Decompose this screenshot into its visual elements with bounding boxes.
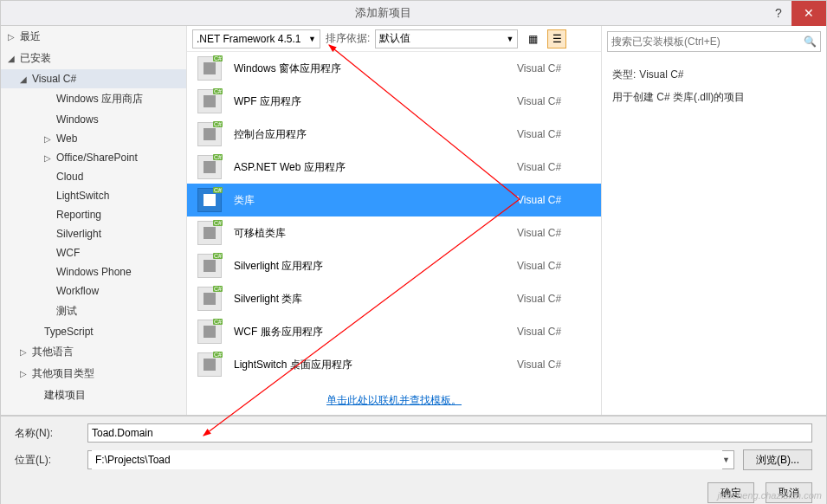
description-text: 用于创建 C# 类库(.dll)的项目 xyxy=(612,88,816,106)
tree-item[interactable]: Windows Phone xyxy=(1,262,186,281)
chevron-down-icon: ▼ xyxy=(722,456,730,464)
template-row[interactable]: C# 可移植类库 Visual C# xyxy=(187,216,601,249)
content-area: ▷最近 ◢已安装 ◢Visual C# Windows 应用商店Windows▷… xyxy=(0,26,827,416)
help-icon: ? xyxy=(775,6,782,20)
title-bar: 添加新项目 ? ✕ xyxy=(0,0,827,26)
template-name: Silverlight 应用程序 xyxy=(234,259,505,274)
template-row[interactable]: C# WPF 应用程序 Visual C# xyxy=(187,85,601,118)
template-row[interactable]: C# 控制台应用程序 Visual C# xyxy=(187,118,601,151)
template-name: LightSwitch 桌面应用程序 xyxy=(234,358,505,372)
template-row[interactable]: C# Silverlight 类库 Visual C# xyxy=(187,282,601,315)
chevron-right-icon: ▷ xyxy=(8,32,16,42)
template-language: Visual C# xyxy=(517,260,591,272)
csharp-badge-icon: C# xyxy=(213,253,223,259)
tree-item[interactable]: Cloud xyxy=(1,167,186,186)
type-value: Visual C# xyxy=(639,68,683,81)
chevron-down-icon: ◢ xyxy=(8,54,16,63)
chevron-right-icon: ▷ xyxy=(44,134,53,144)
tree-typescript[interactable]: TypeScript xyxy=(1,322,186,341)
tree-recent[interactable]: ▷最近 xyxy=(1,26,186,48)
location-input[interactable] xyxy=(92,450,722,469)
chevron-down-icon: ▼ xyxy=(506,35,514,43)
tree-other-languages[interactable]: ▷其他语言 xyxy=(1,341,186,363)
template-icon: C# xyxy=(197,89,222,113)
template-language: Visual C# xyxy=(517,95,591,107)
cancel-button[interactable]: 取消 xyxy=(766,482,812,503)
csharp-badge-icon: C# xyxy=(213,352,223,358)
tree-item[interactable]: Silverlight xyxy=(1,224,186,243)
template-icon: C# xyxy=(197,188,222,212)
search-input[interactable] xyxy=(611,36,804,48)
template-row[interactable]: C# ASP.NET Web 应用程序 Visual C# xyxy=(187,151,601,184)
template-language: Visual C# xyxy=(517,161,591,173)
template-language: Visual C# xyxy=(517,359,591,371)
view-small-icons-button[interactable]: ▦ xyxy=(523,29,542,48)
template-row[interactable]: C# WCF 服务应用程序 Visual C# xyxy=(187,315,601,348)
tree-visual-csharp[interactable]: ◢Visual C# xyxy=(1,69,186,88)
sort-label: 排序依据: xyxy=(326,31,370,46)
template-row[interactable]: C# 类库 Visual C# xyxy=(187,184,601,216)
tree-other-project-types[interactable]: ▷其他项目类型 xyxy=(1,363,186,384)
close-button[interactable]: ✕ xyxy=(791,1,826,26)
ok-button[interactable]: 确定 xyxy=(707,482,754,503)
template-name: WPF 应用程序 xyxy=(234,94,505,109)
csharp-badge-icon: C# xyxy=(213,121,223,127)
type-label: 类型: xyxy=(612,68,636,81)
view-medium-icons-button[interactable]: ☰ xyxy=(547,29,566,48)
template-list[interactable]: C# Windows 窗体应用程序 Visual C# C# WPF 应用程序 … xyxy=(187,52,601,386)
template-icon: C# xyxy=(197,320,222,344)
chevron-right-icon: ▷ xyxy=(44,153,53,163)
template-icon: C# xyxy=(197,254,222,278)
grid-small-icon: ▦ xyxy=(528,33,538,45)
search-online-link[interactable]: 单击此处以联机并查找模板。 xyxy=(187,386,601,415)
location-label: 位置(L): xyxy=(15,453,87,468)
template-row[interactable]: C# LightSwitch 桌面应用程序 Visual C# xyxy=(187,348,601,381)
framework-dropdown[interactable]: .NET Framework 4.5.1 ▼ xyxy=(192,29,320,48)
tree-item[interactable]: Reporting xyxy=(1,205,186,224)
csharp-badge-icon: C# xyxy=(213,319,223,325)
tree-installed[interactable]: ◢已安装 xyxy=(1,48,186,69)
browse-button[interactable]: 浏览(B)... xyxy=(743,449,812,470)
template-language: Visual C# xyxy=(517,326,591,338)
chevron-down-icon: ◢ xyxy=(20,74,29,84)
template-name: 可移植类库 xyxy=(234,226,505,241)
template-icon: C# xyxy=(197,122,222,146)
sort-dropdown[interactable]: 默认值 ▼ xyxy=(375,29,518,48)
chevron-right-icon: ▷ xyxy=(20,369,29,378)
name-label: 名称(N): xyxy=(15,426,87,441)
chevron-down-icon: ▼ xyxy=(308,35,316,43)
close-icon: ✕ xyxy=(804,6,814,20)
grid-medium-icon: ☰ xyxy=(552,33,562,45)
tree-modeling[interactable]: 建模项目 xyxy=(1,384,186,406)
template-language: Visual C# xyxy=(517,62,591,74)
tree-item[interactable]: 测试 xyxy=(1,300,186,322)
tree-item[interactable]: LightSwitch xyxy=(1,186,186,205)
template-language: Visual C# xyxy=(517,194,591,206)
template-row[interactable]: C# Silverlight 应用程序 Visual C# xyxy=(187,249,601,282)
chevron-right-icon: ▷ xyxy=(20,347,29,357)
template-toolbar: .NET Framework 4.5.1 ▼ 排序依据: 默认值 ▼ ▦ ☰ xyxy=(187,26,601,52)
template-name: Silverlight 类库 xyxy=(234,292,505,307)
search-icon: 🔍 xyxy=(804,36,817,48)
help-button[interactable]: ? xyxy=(766,1,791,26)
tree-item[interactable]: WCF xyxy=(1,243,186,262)
csharp-badge-icon: C# xyxy=(213,187,223,193)
category-tree[interactable]: ▷最近 ◢已安装 ◢Visual C# Windows 应用商店Windows▷… xyxy=(1,26,187,415)
tree-item[interactable]: Windows xyxy=(1,110,186,129)
tree-item[interactable]: Windows 应用商店 xyxy=(1,88,186,110)
search-templates-box[interactable]: 🔍 xyxy=(607,31,821,52)
template-name: 类库 xyxy=(234,193,505,208)
template-row[interactable]: C# Windows 窗体应用程序 Visual C# xyxy=(187,52,601,85)
tree-item[interactable]: ▷Web xyxy=(1,129,186,148)
tree-item[interactable]: Workflow xyxy=(1,281,186,300)
template-language: Visual C# xyxy=(517,293,591,305)
template-icon: C# xyxy=(197,352,222,377)
template-name: ASP.NET Web 应用程序 xyxy=(234,160,505,175)
template-icon: C# xyxy=(197,56,222,81)
project-name-input[interactable] xyxy=(87,423,812,443)
location-combobox[interactable]: ▼ xyxy=(87,450,734,469)
tree-online[interactable]: ▷联机 xyxy=(1,413,186,415)
template-icon: C# xyxy=(197,221,222,245)
tree-item[interactable]: ▷Office/SharePoint xyxy=(1,148,186,167)
template-name: WCF 服务应用程序 xyxy=(234,325,505,339)
